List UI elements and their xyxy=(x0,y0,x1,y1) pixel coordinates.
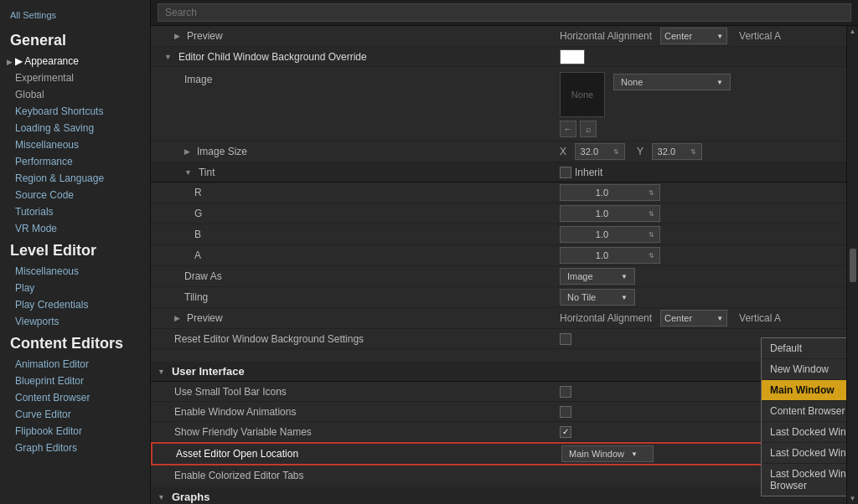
dropdown-option-new-window[interactable]: New Window xyxy=(762,359,846,380)
sidebar-item-loading-saving[interactable]: Loading & Saving xyxy=(0,120,150,136)
y-spin[interactable]: ⇅ xyxy=(677,148,698,156)
dropdown-option-last-docked-new[interactable]: Last Docked Window or New Window xyxy=(762,422,846,443)
sidebar-item-miscellaneous-gen[interactable]: Miscellaneous xyxy=(0,136,150,153)
sidebar-item-graph-editors[interactable]: Graph Editors xyxy=(0,440,150,456)
scroll-thumb[interactable] xyxy=(850,249,856,282)
g-spin[interactable]: ⇅ xyxy=(610,210,656,218)
search-input[interactable] xyxy=(158,3,851,22)
b-row: B 1.0 ⇅ xyxy=(151,224,846,245)
window-animations-label: Enable Window Animations xyxy=(151,406,553,418)
sidebar-item-source-code[interactable]: Source Code xyxy=(0,187,150,203)
inherit-checkbox[interactable] xyxy=(560,167,571,178)
preview2-text: Preview xyxy=(187,312,223,324)
sidebar-item-play-credentials[interactable]: Play Credentials xyxy=(0,296,150,313)
r-input[interactable]: 1.0 ⇅ xyxy=(560,184,660,201)
scroll-down-arrow[interactable]: ▼ xyxy=(850,495,856,502)
x-input[interactable]: 32.0 ⇅ xyxy=(575,143,625,160)
horizontal-alignment-dropdown[interactable]: Center xyxy=(660,28,727,44)
sidebar-item-global[interactable]: Global xyxy=(0,86,150,103)
search-bar xyxy=(151,0,858,26)
preview-text: Preview xyxy=(187,30,223,42)
scroll-up-arrow[interactable]: ▲ xyxy=(850,28,856,35)
dropdown-option-content-browser[interactable]: Content Browser xyxy=(762,401,846,422)
sidebar-item-tutorials[interactable]: Tutorials xyxy=(0,203,150,220)
image-size-value: X 32.0 ⇅ Y 32.0 ⇅ xyxy=(553,143,846,160)
image-text: Image xyxy=(184,74,212,85)
b-input[interactable]: 1.0 ⇅ xyxy=(560,226,660,243)
ha2-dropdown[interactable]: Center xyxy=(660,310,727,327)
x-label: X xyxy=(560,146,566,157)
sidebar-item-curve-editor[interactable]: Curve Editor xyxy=(0,406,150,423)
preview-expand-arrow[interactable]: ▶ xyxy=(174,32,180,40)
right-scrollbar[interactable]: ▲ ▼ xyxy=(846,26,858,504)
image-size-row: ▶ Image Size X 32.0 ⇅ Y 32.0 ⇅ xyxy=(151,141,846,162)
sidebar-item-experimental[interactable]: Experimental xyxy=(0,69,150,86)
draw-as-value: Image xyxy=(553,268,846,285)
tint-section-row: ▼ Tint Inherit xyxy=(151,162,846,183)
g-input[interactable]: 1.0 ⇅ xyxy=(560,205,660,222)
sidebar-item-performance[interactable]: Performance xyxy=(0,153,150,170)
sidebar-item-appearance[interactable]: ▶ Appearance xyxy=(0,53,150,69)
y-input[interactable]: 32.0 ⇅ xyxy=(652,143,702,160)
color-swatch-white[interactable] xyxy=(560,49,585,64)
content-scroll: ▶ Preview Horizontal Alignment Center Ve… xyxy=(151,26,846,504)
x-spin[interactable]: ⇅ xyxy=(600,148,621,156)
tiling-dropdown[interactable]: No Tile xyxy=(560,289,635,306)
tint-text: Tint xyxy=(199,167,215,178)
ui-expand-arrow[interactable]: ▼ xyxy=(158,368,165,376)
image-size-expand-arrow[interactable]: ▶ xyxy=(184,147,190,156)
main-content: ▶ Preview Horizontal Alignment Center Ve… xyxy=(151,0,858,504)
small-toolbar-checkbox[interactable] xyxy=(560,386,571,398)
friendly-names-label: Show Friendly Variable Names xyxy=(151,426,553,438)
sidebar-item-flipbook-editor[interactable]: Flipbook Editor xyxy=(0,423,150,440)
dropdown-option-last-docked-main[interactable]: Last Docked Window or Main Window xyxy=(762,443,846,464)
all-settings-link[interactable]: All Settings xyxy=(0,7,150,27)
reset-checkbox[interactable] xyxy=(560,333,571,345)
sidebar-item-keyboard-shortcuts[interactable]: Keyboard Shortcuts xyxy=(0,103,150,120)
a-spin[interactable]: ⇅ xyxy=(610,252,656,260)
b-spin[interactable]: ⇅ xyxy=(610,231,656,239)
sidebar-item-content-browser[interactable]: Content Browser xyxy=(0,389,150,406)
vertical-a2-label: Vertical A xyxy=(739,312,781,324)
image-label: Image xyxy=(151,70,553,85)
sidebar-item-vr-mode[interactable]: VR Mode xyxy=(0,220,150,237)
image-value: None ← ⌕ None xyxy=(553,70,846,137)
editor-cw-expand-arrow[interactable]: ▼ xyxy=(164,53,172,61)
colorized-tabs-label: Enable Colorized Editor Tabs xyxy=(151,470,553,481)
dropdown-option-last-docked-content[interactable]: Last Docked Window or Content Browser xyxy=(762,464,846,496)
editor-cw-value xyxy=(553,49,846,64)
sidebar-item-miscellaneous-le[interactable]: Miscellaneous xyxy=(0,263,150,280)
tint-expand-arrow[interactable]: ▼ xyxy=(184,168,192,177)
a-num: 1.0 xyxy=(564,250,610,260)
ha2-value: Center xyxy=(664,313,692,323)
draw-as-dropdown[interactable]: Image xyxy=(560,268,635,285)
sidebar: All Settings General ▶ Appearance Experi… xyxy=(0,0,151,504)
sidebar-item-viewports[interactable]: Viewports xyxy=(0,313,150,330)
colorized-tabs-row: Enable Colorized Editor Tabs xyxy=(151,465,846,486)
friendly-names-checkbox[interactable] xyxy=(560,426,571,438)
asset-editor-text: Asset Editor Open Location xyxy=(176,448,298,460)
sidebar-item-region-language[interactable]: Region & Language xyxy=(0,170,150,187)
editor-child-window-row: ▼ Editor Child Window Background Overrid… xyxy=(151,47,846,67)
search-icon[interactable]: ⌕ xyxy=(580,121,597,137)
horizontal-alignment-label: Horizontal Alignment xyxy=(560,30,652,42)
graphs-expand-arrow[interactable]: ▼ xyxy=(158,493,165,501)
preview2-expand-arrow[interactable]: ▶ xyxy=(174,314,180,322)
arrow-back-icon[interactable]: ← xyxy=(560,121,576,137)
window-animations-checkbox[interactable] xyxy=(560,406,571,418)
r-spin[interactable]: ⇅ xyxy=(610,189,656,197)
tiling-row: Tiling No Tile xyxy=(151,287,846,308)
b-value: 1.0 ⇅ xyxy=(553,226,846,243)
a-input[interactable]: 1.0 ⇅ xyxy=(560,247,660,264)
dropdown-option-default[interactable]: Default xyxy=(762,338,846,359)
sidebar-item-animation-editor[interactable]: Animation Editor xyxy=(0,356,150,373)
graphs-label: Graphs xyxy=(172,491,210,503)
image-size-text: Image Size xyxy=(197,146,247,157)
g-value: 1.0 ⇅ xyxy=(553,205,846,222)
dropdown-option-main-window[interactable]: Main Window xyxy=(762,380,846,401)
asset-editor-dropdown[interactable]: Main Window ▼ xyxy=(561,445,654,462)
sidebar-item-play[interactable]: Play xyxy=(0,280,150,296)
none-label: None xyxy=(571,90,593,100)
sidebar-item-blueprint-editor[interactable]: Blueprint Editor xyxy=(0,373,150,389)
none-dropdown[interactable]: None xyxy=(613,74,731,90)
